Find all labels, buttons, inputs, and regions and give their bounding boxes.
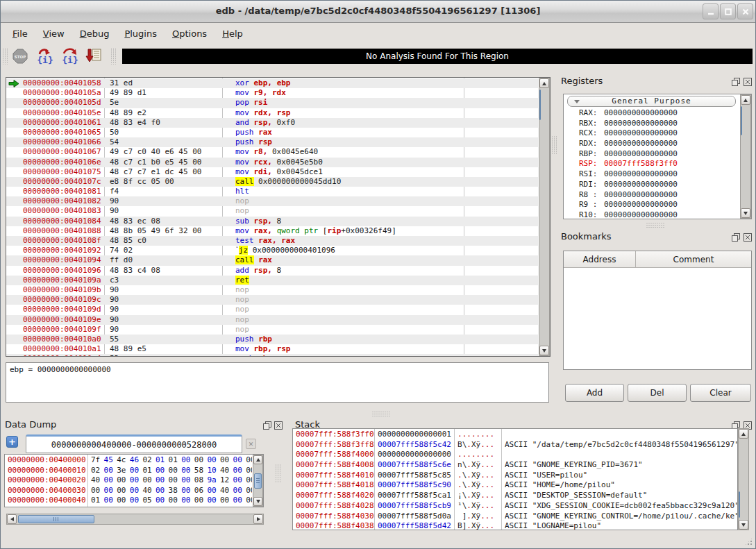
scroll-right-button[interactable] (253, 514, 263, 524)
disasm-row[interactable]: 00000000:0040106550push rax (6, 128, 538, 137)
dump-row[interactable]: 00000000:0040004001000000050000000000000… (5, 496, 252, 506)
scroll-up-button[interactable] (741, 95, 750, 105)
register-row[interactable]: RBP:0000000000000000 (564, 149, 740, 160)
disasm-row[interactable]: 00000000:0040106e48 c7 c1 b0 e5 45 00mov… (6, 158, 538, 167)
scroll-up-button[interactable] (253, 455, 262, 464)
add-bookmark-button[interactable]: Add (565, 384, 624, 402)
stack-row[interactable]: 00007fff:588f3ff800007fff588f5c42B\.Xÿ..… (293, 440, 737, 450)
disasm-row[interactable]: 00000000:0040109d90nop (6, 305, 538, 314)
scrollbar-thumb[interactable] (254, 473, 262, 489)
disasm-row[interactable]: 00000000:0040109e90nop (6, 315, 538, 325)
data-dump-view[interactable]: 00000000:004000007f454c46020101000000000… (4, 454, 264, 507)
menu-options[interactable]: Options (165, 26, 215, 42)
stack-view[interactable]: 00007fff:588f3ff00000000000000001.......… (292, 428, 738, 530)
scroll-up-button[interactable] (539, 78, 549, 88)
disasm-row[interactable]: 00000000:0040105e48 89 e2mov rdx, rsp (6, 108, 538, 118)
disasm-row[interactable]: 00000000:0040106148 83 e4 f0and rsp, 0xf… (6, 118, 538, 128)
column-header-address[interactable]: Address (564, 251, 636, 267)
scroll-down-button[interactable] (253, 497, 262, 506)
dump-row[interactable]: 00000000:004000007f454c46020101000000000… (5, 455, 252, 466)
disassembly-view[interactable]: 00000000:0040105831 edxor ebp, ebp000000… (6, 77, 551, 357)
disasm-row[interactable]: 00000000:0040109274 02ˇjz 0x000000000040… (6, 246, 538, 255)
register-row[interactable]: RDX:0000000000000000 (564, 139, 740, 149)
register-row[interactable]: R10:0000000000000000 (564, 210, 740, 219)
disasm-row[interactable]: 00000000:00401081f4hlt (6, 187, 538, 196)
disasm-row[interactable]: 00000000:004010a148 89 e5mov rbp, rsp (6, 344, 538, 354)
disasm-row[interactable]: 00000000:0040107548 c7 c7 e1 dc 45 00mov… (6, 167, 538, 177)
register-row[interactable]: R9 :0000000000000000 (564, 200, 740, 210)
disasm-row[interactable]: 00000000:0040105a49 89 d1mov r9, rdx (6, 88, 538, 98)
disasm-row[interactable]: 00000000:0040108848 8b 05 49 6f 32 00mov… (6, 226, 538, 236)
scrollbar-thumb[interactable] (18, 515, 94, 523)
dump-scrollbar-horizontal[interactable] (6, 514, 264, 525)
run-down-button[interactable] (83, 47, 104, 66)
dock-close-button[interactable] (743, 77, 752, 86)
stack-scrollbar[interactable] (738, 428, 749, 530)
scrollbar-thumb[interactable] (741, 106, 742, 135)
scrollbar-thumb[interactable] (539, 90, 541, 120)
scroll-down-button[interactable] (741, 208, 750, 218)
delete-bookmark-button[interactable]: Del (628, 384, 687, 402)
scroll-down-button[interactable] (739, 520, 748, 530)
splitter-handle[interactable] (276, 464, 280, 482)
stack-row[interactable]: 00007fff:588f400800007fff588f5c6en\.Xÿ..… (293, 460, 737, 471)
dump-row[interactable]: 00000000:0040001002003e00010000005810400… (5, 466, 252, 476)
disasm-row[interactable]: 00000000:0040109648 83 c4 08add rsp, 8 (6, 266, 538, 276)
menu-file[interactable]: File (5, 26, 35, 42)
toolbar-grip[interactable] (111, 48, 116, 65)
register-row[interactable]: RDI:0000000000000000 (564, 180, 740, 190)
dock-float-button[interactable] (262, 421, 271, 430)
title-bar[interactable]: edb - /data/temp/e7bc5d2c0cf4480348f5504… (1, 1, 755, 23)
stack-row[interactable]: 00007fff:588f403800007fff588f5d42B].Xÿ..… (293, 521, 737, 530)
register-row[interactable]: RSI:0000000000000000 (564, 169, 740, 180)
dock-close-button[interactable] (743, 233, 752, 242)
splitter-handle[interactable] (552, 136, 557, 154)
disasm-row[interactable]: 00000000:0040109c90nop (6, 295, 538, 305)
menu-debug[interactable]: Debug (72, 26, 117, 42)
stack-row[interactable]: 00007fff:588f401000007fff588f5c85.\.Xÿ..… (293, 471, 737, 481)
dump-row[interactable]: 00000000:0040003000000000400038000600400… (5, 486, 252, 496)
scrollbar-thumb[interactable] (739, 491, 740, 518)
scroll-down-button[interactable] (539, 346, 549, 355)
dump-row[interactable]: 00000000:004000204000000000000000089a120… (5, 475, 252, 486)
disasm-row[interactable]: 00000000:0040109b90nop (6, 285, 538, 295)
disasm-row[interactable]: 00000000:0040108f48 85 c0test rax, rax (6, 236, 538, 246)
column-header-comment[interactable]: Comment (636, 251, 751, 267)
disasm-row[interactable]: 00000000:0040107ce8 8f cc 05 00call 0x00… (6, 177, 538, 187)
stack-row[interactable]: 00007fff:588f402800007fff588f5cb9¹\.Xÿ..… (293, 501, 737, 512)
register-row[interactable]: RAX:0000000000000000 (564, 108, 740, 119)
window-resize-grip[interactable] (744, 537, 753, 546)
scroll-up-button[interactable] (739, 429, 748, 439)
stack-row[interactable]: 00007fff:588f3ff00000000000000001.......… (293, 430, 737, 440)
menu-plugins[interactable]: Plugins (117, 26, 165, 42)
close-dump-tab-button[interactable]: ✕ (246, 439, 256, 449)
disassembly-scrollbar[interactable] (539, 78, 550, 356)
minimize-button[interactable] (703, 3, 719, 19)
disasm-row[interactable]: 00000000:0040108390nop (6, 206, 538, 216)
stop-button[interactable]: STOP (10, 47, 31, 66)
dump-region-tab[interactable]: 0000000000400000-0000000000528000 (26, 434, 242, 453)
clear-bookmarks-button[interactable]: Clear (690, 384, 751, 402)
close-button[interactable] (737, 3, 753, 19)
disasm-row[interactable]: 00000000:004010a453push rbx (6, 354, 538, 357)
register-row[interactable]: RBX:0000000000000000 (564, 119, 740, 129)
step-into-button[interactable]: {i} (35, 47, 56, 66)
disasm-row[interactable]: 00000000:0040109ac3ret (6, 276, 538, 285)
toolbar-grip[interactable] (3, 48, 8, 65)
disasm-row[interactable]: 00000000:0040105831 edxor ebp, ebp (6, 78, 538, 88)
scroll-left-button[interactable] (7, 514, 17, 524)
add-dump-tab-button[interactable]: + (6, 436, 18, 448)
stack-row[interactable]: 00007fff:588f401800007fff588f5c90.\.Xÿ..… (293, 480, 737, 491)
dock-float-button[interactable] (731, 233, 740, 242)
stack-row[interactable]: 00007fff:588f40000000000000000000.......… (293, 450, 737, 460)
disasm-row[interactable]: 00000000:00401094ff d0call rax (6, 255, 538, 265)
stack-row[interactable]: 00007fff:588f403000007fff588f5d0a ].Xÿ..… (293, 512, 737, 522)
register-group-header[interactable]: General Purpose (567, 96, 736, 107)
maximize-button[interactable] (720, 3, 736, 19)
menu-view[interactable]: View (35, 26, 72, 42)
bookmarks-table[interactable]: Address Comment (563, 251, 752, 370)
register-row[interactable]: RCX:0000000000000000 (564, 128, 740, 139)
registers-scrollbar[interactable] (740, 94, 751, 219)
stack-row[interactable]: 00007fff:588f402000007fff588f5ca1¡\.Xÿ..… (293, 491, 737, 501)
splitter-handle[interactable] (372, 412, 390, 416)
